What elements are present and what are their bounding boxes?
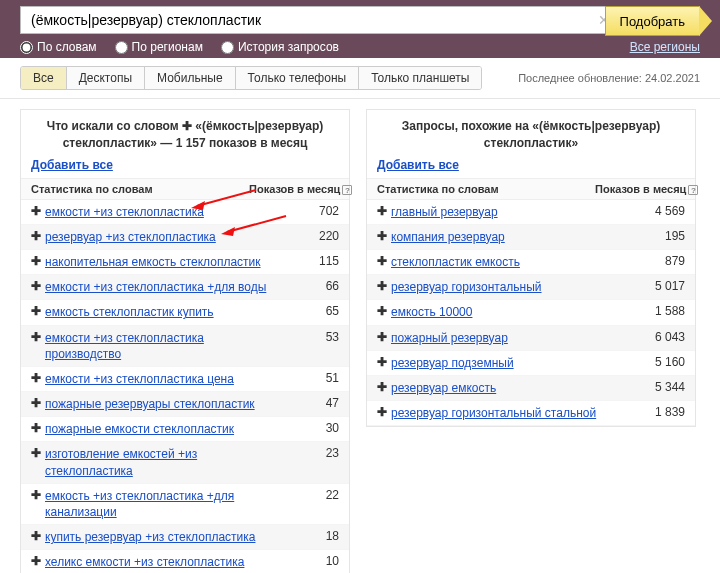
add-icon[interactable]: ✚ bbox=[377, 380, 391, 395]
radio-by-regions-input[interactable] bbox=[115, 41, 128, 54]
impressions-value: 53 bbox=[289, 330, 339, 344]
impressions-value: 4 569 bbox=[635, 204, 685, 218]
right-hdr-impressions-text: Показов в месяц bbox=[595, 183, 686, 195]
left-column-headers: Статистика по словам Показов в месяц? bbox=[21, 178, 349, 200]
tab-mobile[interactable]: Мобильные bbox=[145, 67, 236, 89]
query-link[interactable]: емкость +из стеклопластика +для канализа… bbox=[45, 488, 289, 520]
left-hdr-impressions: Показов в месяц? bbox=[249, 183, 339, 195]
table-row: ✚накопительная емкость стеклопластик115 bbox=[21, 250, 349, 275]
table-row: ✚компания резервуар195 bbox=[367, 225, 695, 250]
top-bar: ✕ Подобрать По словам По регионам Истори… bbox=[0, 0, 720, 58]
search-input[interactable] bbox=[20, 6, 605, 34]
impressions-value: 195 bbox=[635, 229, 685, 243]
help-icon[interactable]: ? bbox=[688, 185, 698, 195]
add-icon[interactable]: ✚ bbox=[31, 204, 45, 219]
add-icon[interactable]: ✚ bbox=[31, 229, 45, 244]
radio-history[interactable]: История запросов bbox=[221, 40, 339, 54]
add-icon[interactable]: ✚ bbox=[31, 330, 45, 345]
query-link[interactable]: резервуар подземный bbox=[391, 355, 635, 371]
radio-history-input[interactable] bbox=[221, 41, 234, 54]
tab-all[interactable]: Все bbox=[21, 67, 67, 89]
help-icon[interactable]: ? bbox=[342, 185, 352, 195]
right-add-all-link[interactable]: Добавить все bbox=[367, 158, 469, 178]
impressions-value: 10 bbox=[289, 554, 339, 568]
impressions-value: 5 344 bbox=[635, 380, 685, 394]
table-row: ✚купить резервуар +из стеклопластика18 bbox=[21, 525, 349, 550]
query-link[interactable]: емкости +из стеклопластика +для воды bbox=[45, 279, 289, 295]
query-link[interactable]: пожарные емкости стеклопластик bbox=[45, 421, 289, 437]
impressions-value: 1 839 bbox=[635, 405, 685, 419]
results-columns: Что искали со словом ✚ «(ёмкость|резерву… bbox=[0, 99, 720, 573]
table-row: ✚емкости +из стеклопластика +для воды66 bbox=[21, 275, 349, 300]
left-add-all-link[interactable]: Добавить все bbox=[21, 158, 123, 178]
tab-desktops[interactable]: Десктопы bbox=[67, 67, 145, 89]
table-row: ✚изготовление емкостей +из стеклопластик… bbox=[21, 442, 349, 483]
add-icon[interactable]: ✚ bbox=[31, 304, 45, 319]
tab-phones[interactable]: Только телефоны bbox=[236, 67, 360, 89]
radio-by-words-label: По словам bbox=[37, 40, 97, 54]
radio-by-words[interactable]: По словам bbox=[20, 40, 97, 54]
add-icon[interactable]: ✚ bbox=[377, 229, 391, 244]
add-icon[interactable]: ✚ bbox=[31, 279, 45, 294]
query-link[interactable]: емкость стеклопластик купить bbox=[45, 304, 289, 320]
device-tabs: Все Десктопы Мобильные Только телефоны Т… bbox=[20, 66, 482, 90]
add-icon[interactable]: ✚ bbox=[31, 371, 45, 386]
add-icon[interactable]: ✚ bbox=[377, 204, 391, 219]
add-icon[interactable]: ✚ bbox=[377, 304, 391, 319]
right-hdr-impressions: Показов в месяц? bbox=[595, 183, 685, 195]
table-row: ✚емкость +из стеклопластика +для канализ… bbox=[21, 484, 349, 525]
add-icon[interactable]: ✚ bbox=[31, 396, 45, 411]
add-icon[interactable]: ✚ bbox=[377, 405, 391, 420]
query-link[interactable]: изготовление емкостей +из стеклопластика bbox=[45, 446, 289, 478]
tab-tablets[interactable]: Только планшеты bbox=[359, 67, 481, 89]
query-link[interactable]: емкость 10000 bbox=[391, 304, 635, 320]
add-icon[interactable]: ✚ bbox=[31, 254, 45, 269]
query-link[interactable]: купить резервуар +из стеклопластика bbox=[45, 529, 289, 545]
right-panel-title: Запросы, похожие на «(ёмкость|резервуар)… bbox=[367, 110, 695, 158]
left-hdr-impressions-text: Показов в месяц bbox=[249, 183, 340, 195]
query-link[interactable]: накопительная емкость стеклопластик bbox=[45, 254, 289, 270]
query-link[interactable]: резервуар емкость bbox=[391, 380, 635, 396]
query-link[interactable]: главный резервуар bbox=[391, 204, 635, 220]
table-row: ✚емкость 100001 588 bbox=[367, 300, 695, 325]
query-link[interactable]: резервуар горизонтальный стальной bbox=[391, 405, 635, 421]
view-radio-row: По словам По регионам История запросов В… bbox=[20, 40, 700, 54]
add-icon[interactable]: ✚ bbox=[31, 529, 45, 544]
query-link[interactable]: компания резервуар bbox=[391, 229, 635, 245]
radio-by-words-input[interactable] bbox=[20, 41, 33, 54]
table-row: ✚резервуар подземный5 160 bbox=[367, 351, 695, 376]
impressions-value: 22 bbox=[289, 488, 339, 502]
add-icon[interactable]: ✚ bbox=[377, 355, 391, 370]
table-row: ✚емкость стеклопластик купить65 bbox=[21, 300, 349, 325]
query-link[interactable]: стеклопластик емкость bbox=[391, 254, 635, 270]
table-row: ✚пожарные емкости стеклопластик30 bbox=[21, 417, 349, 442]
query-link[interactable]: емкости +из стеклопластика цена bbox=[45, 371, 289, 387]
impressions-value: 6 043 bbox=[635, 330, 685, 344]
all-regions-link[interactable]: Все регионы bbox=[630, 40, 700, 54]
add-icon[interactable]: ✚ bbox=[377, 254, 391, 269]
device-tabs-row: Все Десктопы Мобильные Только телефоны Т… bbox=[0, 58, 720, 99]
left-hdr-stats: Статистика по словам bbox=[31, 183, 249, 195]
add-icon[interactable]: ✚ bbox=[377, 330, 391, 345]
right-column-headers: Статистика по словам Показов в месяц? bbox=[367, 178, 695, 200]
impressions-value: 115 bbox=[289, 254, 339, 268]
add-icon[interactable]: ✚ bbox=[377, 279, 391, 294]
radio-by-regions-label: По регионам bbox=[132, 40, 203, 54]
query-link[interactable]: резервуар горизонтальный bbox=[391, 279, 635, 295]
add-icon[interactable]: ✚ bbox=[31, 446, 45, 461]
radio-by-regions[interactable]: По регионам bbox=[115, 40, 203, 54]
query-link[interactable]: пожарный резервуар bbox=[391, 330, 635, 346]
submit-button[interactable]: Подобрать bbox=[605, 6, 700, 36]
add-icon[interactable]: ✚ bbox=[31, 554, 45, 569]
add-icon[interactable]: ✚ bbox=[31, 488, 45, 503]
left-panel-title: Что искали со словом ✚ «(ёмкость|резерву… bbox=[21, 110, 349, 158]
query-link[interactable]: пожарные резервуары стеклопластик bbox=[45, 396, 289, 412]
query-link[interactable]: емкости +из стеклопластика bbox=[45, 204, 289, 220]
query-link[interactable]: хеликс емкости +из стеклопластика bbox=[45, 554, 289, 570]
impressions-value: 51 bbox=[289, 371, 339, 385]
right-hdr-stats: Статистика по словам bbox=[377, 183, 595, 195]
query-link[interactable]: емкости +из стеклопластика производство bbox=[45, 330, 289, 362]
add-icon[interactable]: ✚ bbox=[31, 421, 45, 436]
query-link[interactable]: резервуар +из стеклопластика bbox=[45, 229, 289, 245]
table-row: ✚емкости +из стеклопластика цена51 bbox=[21, 367, 349, 392]
